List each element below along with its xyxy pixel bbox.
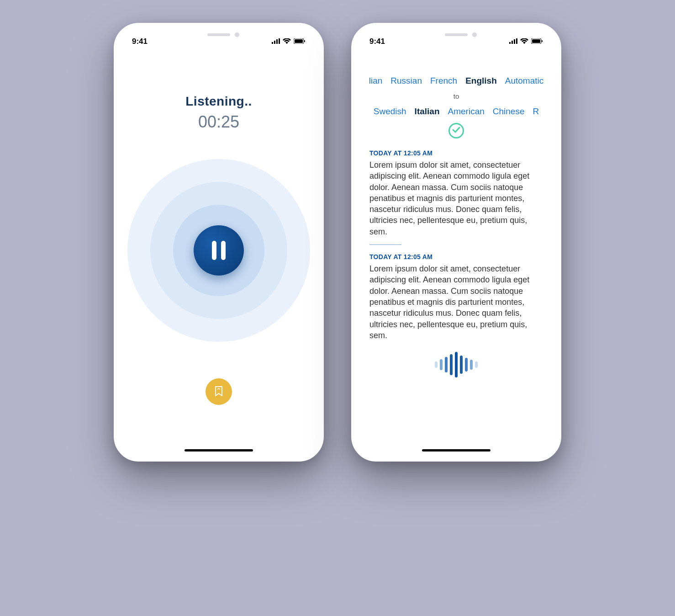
pulse-visualizer [119,150,318,351]
svg-rect-5 [295,39,303,43]
waveform-bar [470,360,473,370]
waveform-bar [435,361,438,368]
svg-rect-1 [274,41,275,44]
status-time: 9:41 [369,37,385,46]
entry-timestamp: TODAY AT 12:05 AM [369,149,543,157]
language-option[interactable]: Automatic [505,76,543,86]
device-notch [173,28,264,41]
entry-divider [369,244,401,245]
home-indicator[interactable] [422,449,490,451]
waveform-bar [465,358,468,372]
status-time: 9:41 [132,37,148,46]
svg-rect-0 [272,42,273,44]
cellular-icon [509,37,517,46]
bookmark-button[interactable] [206,378,232,405]
svg-rect-9 [514,39,515,44]
language-option[interactable]: Russian [390,76,422,86]
svg-rect-13 [542,40,543,42]
phone-mockup-listening: 9:41 Listening.. 00:25 [114,23,324,462]
confirm-button[interactable] [448,123,464,138]
device-notch [411,28,502,41]
front-camera [472,32,477,37]
waveform-bar [450,354,453,375]
svg-rect-3 [279,38,280,44]
pause-icon [212,241,226,260]
svg-rect-6 [304,40,305,42]
pause-button[interactable] [194,225,244,276]
language-option[interactable]: Swedish [374,106,406,117]
svg-rect-12 [532,39,540,43]
battery-icon [531,37,543,46]
waveform-bar [440,359,443,370]
waveform-bar [455,352,458,377]
to-label: to [357,92,556,100]
language-option[interactable]: American [448,106,485,117]
speaker-grille [207,33,230,36]
language-option[interactable]: R [533,106,539,117]
waveform-bar [475,361,478,368]
waveform-bar [445,357,448,372]
language-option[interactable]: Chinese [493,106,525,117]
svg-rect-10 [516,38,517,44]
svg-rect-7 [509,42,511,44]
entry-timestamp: TODAY AT 12:05 AM [369,253,543,260]
recording-timer: 00:25 [119,112,318,132]
entry-body: Lorem ipsum dolor sit amet, consectetuer… [369,263,543,341]
waveform-bar [460,356,463,374]
language-option[interactable]: English [465,76,497,86]
source-language-picker[interactable]: lianRussianFrenchEnglishAutomatic [357,76,556,86]
phone-mockup-translation: 9:41 lianRussianFrenchEnglishAutomatic t… [351,23,561,462]
svg-rect-8 [512,41,513,44]
entry-body: Lorem ipsum dolor sit amet, consectetuer… [369,159,543,237]
battery-icon [294,37,306,46]
language-option[interactable]: Italian [415,106,440,117]
wifi-icon [283,37,291,46]
svg-rect-2 [276,39,278,44]
language-option[interactable]: lian [369,76,383,86]
wifi-icon [520,37,528,46]
listening-title: Listening.. [119,94,318,109]
front-camera [235,32,239,37]
target-language-picker[interactable]: SwedishItalianAmericanChineseR [357,106,556,117]
check-icon [452,127,460,135]
cellular-icon [272,37,280,46]
speaker-grille [445,33,468,36]
language-option[interactable]: French [430,76,457,86]
transcript-list: TODAY AT 12:05 AMLorem ipsum dolor sit a… [357,138,556,341]
home-indicator[interactable] [185,449,253,451]
bookmark-icon [214,386,223,398]
waveform-icon[interactable] [357,352,556,377]
